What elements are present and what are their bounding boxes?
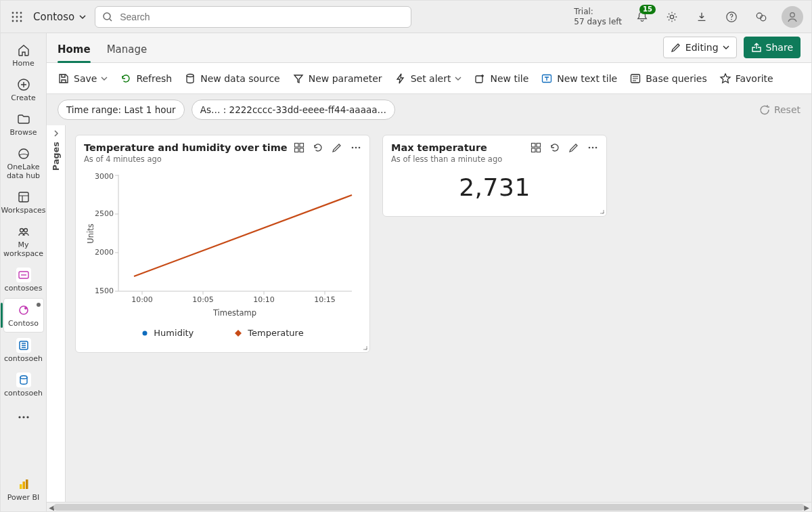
nav-contoso-active[interactable]: Contoso [3,298,44,333]
svg-text:10:10: 10:10 [253,295,275,304]
editing-mode-button[interactable]: Editing [663,37,737,58]
share-button[interactable]: Share [744,37,800,58]
pages-rail[interactable]: Pages [47,125,66,502]
edit-tile-icon[interactable] [332,142,342,153]
reset-button[interactable]: Reset [759,104,800,115]
svg-text:1500: 1500 [95,286,114,295]
app-launcher-icon[interactable] [9,9,25,25]
download-button[interactable] [692,7,711,26]
chart-title: Temperature and humidity over time [84,142,288,153]
nav-workspaces[interactable]: Workspaces [3,186,44,219]
person-icon [786,10,799,24]
edit-tile-icon[interactable] [568,142,579,153]
svg-point-15 [790,12,794,16]
chevron-down-icon [723,44,729,51]
chart-legend: Humidity Temperature [81,324,364,343]
stat-value: 2,731 [383,167,606,216]
eventhouse-icon [16,338,31,353]
workspace-switcher[interactable]: Contoso [33,11,87,23]
chart-card: Temperature and humidity over time As of… [75,135,370,353]
svg-point-3 [12,16,14,18]
svg-rect-30 [22,482,25,489]
nav-home[interactable]: Home [3,39,44,72]
tile-more-icon[interactable] [587,146,598,150]
explore-icon[interactable] [531,142,541,153]
resize-handle-icon[interactable] [597,207,604,214]
trial-status: Trial: 57 days left [574,7,622,26]
nav-my-workspace[interactable]: My workspace [3,220,44,262]
svg-point-12 [731,18,732,20]
powerbi-icon [16,477,31,492]
svg-point-68 [595,147,597,149]
svg-rect-63 [537,144,541,148]
home-icon [16,43,31,58]
svg-point-25 [20,376,27,379]
time-range-pill[interactable]: Time range: Last 1 hour [58,100,185,120]
help-icon [725,11,738,23]
new-text-tile-button[interactable]: New text tile [541,72,617,85]
share-icon [751,42,762,53]
svg-point-19 [20,229,23,232]
svg-rect-38 [295,148,299,152]
star-icon [719,72,731,85]
stat-card: Max temperature As of less than a minute… [382,135,607,217]
nav-contosoeh-1[interactable]: contosoeh [3,334,44,367]
feedback-button[interactable] [752,7,771,26]
new-data-source-button[interactable]: New data source [184,72,279,85]
nav-contosoes[interactable]: contosoes [3,263,44,297]
nav-onelake[interactable]: OneLake data hub [3,142,44,184]
search-input[interactable] [118,11,404,23]
nav-more[interactable] [3,406,44,429]
svg-text:10:05: 10:05 [192,295,214,304]
svg-rect-64 [532,148,536,152]
save-button[interactable]: Save [58,72,108,85]
legend-humidity[interactable]: Humidity [141,328,194,338]
tab-manage[interactable]: Manage [107,37,148,62]
svg-point-8 [20,20,22,22]
toolbar: Save Refresh New data source New paramet… [47,63,811,94]
filter-icon [292,72,304,85]
search-box[interactable] [95,6,411,28]
svg-point-4 [16,16,18,18]
base-queries-button[interactable]: Base queries [629,72,706,85]
dashboard-canvas: Temperature and humidity over time As of… [66,125,811,502]
scrollbar-thumb[interactable] [53,504,805,511]
svg-point-23 [24,307,27,310]
refresh-button[interactable]: Refresh [120,72,172,85]
diamond-marker-icon [234,329,242,337]
nav-powerbi[interactable]: Power BI [3,473,44,506]
people-icon [16,224,31,239]
legend-temperature[interactable]: Temperature [234,328,303,338]
svg-rect-39 [300,148,304,152]
scroll-right-icon[interactable]: ▶ [802,503,811,512]
nav-browse[interactable]: Browse [3,108,44,141]
new-parameter-button[interactable]: New parameter [292,72,382,85]
help-button[interactable] [722,7,741,26]
tile-more-icon[interactable] [351,146,361,150]
refresh-tile-icon[interactable] [313,142,323,153]
horizontal-scrollbar[interactable]: ◀ ▶ [47,502,811,511]
brand-label: Contoso [33,11,74,23]
refresh-tile-icon[interactable] [549,142,560,153]
nav-create[interactable]: Create [3,73,44,106]
svg-point-28 [26,416,28,418]
resize-handle-icon[interactable] [361,343,367,350]
new-tile-button[interactable]: New tile [474,72,528,85]
svg-text:10:15: 10:15 [314,295,336,304]
tile-plus-icon [474,72,486,85]
nav-contosoeh-2[interactable]: contosoeh [3,368,44,402]
chevron-down-icon [101,75,108,82]
asset-pill[interactable]: As… : 2222cccc-33dd-eeee-ff44-aaaaa… [191,100,395,120]
smiley-icon [755,11,767,23]
stat-title: Max temperature [391,142,502,153]
svg-text:2000: 2000 [95,248,114,257]
set-alert-button[interactable]: Set alert [394,72,462,85]
explore-icon[interactable] [294,142,304,153]
account-avatar[interactable] [782,6,803,28]
lightning-icon [394,72,407,85]
settings-button[interactable] [662,7,681,26]
favorite-button[interactable]: Favorite [719,72,773,85]
notifications-button[interactable]: 15 [633,7,652,26]
tab-home[interactable]: Home [58,37,91,62]
chevron-down-icon [455,75,461,82]
